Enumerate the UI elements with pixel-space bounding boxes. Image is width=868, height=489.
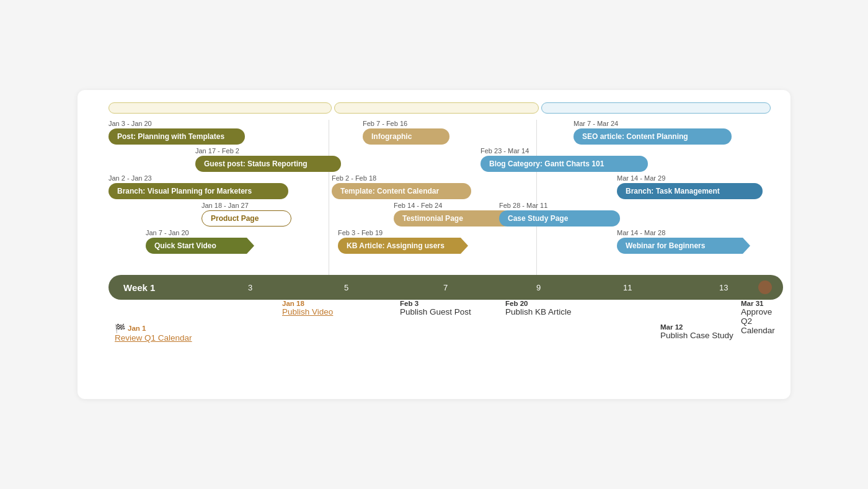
milestone-date-m6: Mar 31: [741, 300, 775, 307]
milestone-label-m2[interactable]: Publish Video: [282, 307, 333, 316]
milestone-m1: 🏁Jan 1Review Q1 Calendar: [115, 323, 192, 343]
timeline-dot: [758, 280, 772, 294]
january-calendar-header: [108, 102, 332, 114]
milestone-m2: Jan 18Publish Video: [282, 300, 333, 316]
gantt-bar-bar3: Jan 2 - Jan 23Branch: Visual Planning fo…: [108, 174, 288, 199]
bar-label-bar9: KB Article: Assigning users: [338, 238, 468, 254]
march-calendar-header: [541, 102, 771, 114]
bar-date-bar7: Feb 2 - Feb 18: [332, 174, 376, 182]
chart-container: Jan 3 - Jan 20Post: Planning with Templa…: [78, 90, 790, 399]
gantt-bar-bar2: Jan 17 - Feb 2Guest post: Status Reporti…: [195, 147, 341, 172]
timeline-label-13: 13: [713, 283, 728, 292]
timeline-label-11: 11: [617, 283, 632, 292]
milestone-label-m6: Approve Q2 Calendar: [741, 307, 775, 335]
milestone-label-m1[interactable]: Review Q1 Calendar: [115, 333, 192, 343]
milestone-date-m2: Jan 18: [282, 300, 333, 307]
timeline-label-9: 9: [530, 283, 541, 292]
bar-date-bar13: Mar 14 - Mar 29: [617, 174, 665, 182]
milestone-m6: Mar 31Approve Q2 Calendar: [741, 300, 775, 335]
bar-label-bar8: Testimonial Page: [394, 210, 512, 227]
gantt-bar-bar11: Feb 28 - Mar 11Case Study Page: [499, 202, 620, 227]
timeline-label-3: 3: [242, 283, 252, 292]
bar-label-bar12: SEO article: Content Planning: [574, 128, 732, 145]
february-calendar-header: [334, 102, 539, 114]
bar-date-bar10: Feb 23 - Mar 14: [480, 147, 529, 155]
bar-label-bar7: Template: Content Calendar: [332, 183, 471, 199]
timeline-label-week-1: Week 1: [117, 282, 155, 293]
bar-label-bar6: Infographic: [363, 128, 450, 145]
milestone-date-m4: Feb 20: [505, 300, 572, 307]
gantt-area: Jan 3 - Jan 20Post: Planning with Templa…: [108, 120, 772, 275]
bar-label-bar5: Quick Start Video: [146, 238, 254, 254]
milestone-date-m5: Mar 12: [660, 323, 733, 331]
gantt-bar-bar1: Jan 3 - Jan 20Post: Planning with Templa…: [108, 120, 245, 145]
milestone-label-m3: Publish Guest Post: [400, 307, 471, 316]
milestone-date-m3: Feb 3: [400, 300, 471, 307]
gantt-bar-bar6: Feb 7 - Feb 16Infographic: [363, 120, 450, 145]
bar-label-bar2: Guest post: Status Reporting: [195, 156, 341, 172]
divider-feb-mar: [536, 120, 537, 275]
timeline-label-7: 7: [437, 283, 448, 292]
milestone-label-m4: Publish KB Article: [505, 307, 572, 316]
gantt-bar-bar13: Mar 14 - Mar 29Branch: Task Management: [617, 174, 763, 199]
bar-date-bar9: Feb 3 - Feb 19: [338, 229, 383, 236]
bar-date-bar2: Jan 17 - Feb 2: [195, 147, 239, 155]
gantt-bar-bar9: Feb 3 - Feb 19KB Article: Assigning user…: [338, 229, 468, 254]
bar-date-bar12: Mar 7 - Mar 24: [574, 120, 618, 127]
bar-date-bar11: Feb 28 - Mar 11: [499, 202, 547, 209]
milestone-m4: Feb 20Publish KB Article: [505, 300, 572, 316]
bar-date-bar14: Mar 14 - Mar 28: [617, 229, 665, 236]
timeline-label-5: 5: [338, 283, 348, 292]
flag-icon: 🏁: [115, 323, 125, 333]
bar-date-bar5: Jan 7 - Jan 20: [146, 229, 189, 236]
bar-label-bar13: Branch: Task Management: [617, 183, 763, 199]
bar-date-bar4: Jan 18 - Jan 27: [202, 202, 249, 209]
bar-date-bar6: Feb 7 - Feb 16: [363, 120, 407, 127]
bar-date-bar1: Jan 3 - Jan 20: [108, 120, 152, 127]
milestone-m3: Feb 3Publish Guest Post: [400, 300, 471, 316]
bar-label-bar3: Branch: Visual Planning for Marketers: [108, 183, 288, 199]
gantt-bar-bar5: Jan 7 - Jan 20Quick Start Video: [146, 229, 254, 254]
bar-label-bar1: Post: Planning with Templates: [108, 128, 245, 145]
bar-label-bar11: Case Study Page: [499, 210, 620, 227]
divider-jan-feb: [329, 120, 329, 275]
gantt-bar-bar14: Mar 14 - Mar 28Webinar for Beginners: [617, 229, 750, 254]
timeline-bar: Week 135791113: [108, 275, 783, 300]
calendar-headers: [108, 102, 772, 114]
gantt-bar-bar4: Jan 18 - Jan 27Product Page: [202, 202, 291, 227]
gantt-bar-bar8: Feb 14 - Feb 24Testimonial Page: [394, 202, 512, 227]
bar-label-bar10: Blog Category: Gantt Charts 101: [480, 156, 648, 172]
bar-label-bar14: Webinar for Beginners: [617, 238, 750, 254]
bar-date-bar8: Feb 14 - Feb 24: [394, 202, 442, 209]
bar-date-bar3: Jan 2 - Jan 23: [108, 174, 152, 182]
bar-label-bar4: Product Page: [202, 210, 291, 227]
milestones-area: 🏁Jan 1Review Q1 CalendarJan 18Publish Vi…: [108, 300, 772, 374]
gantt-bar-bar7: Feb 2 - Feb 18Template: Content Calendar: [332, 174, 471, 199]
gantt-bar-bar12: Mar 7 - Mar 24SEO article: Content Plann…: [574, 120, 732, 145]
milestone-date-m1: Jan 1: [128, 325, 146, 332]
gantt-bar-bar10: Feb 23 - Mar 14Blog Category: Gantt Char…: [480, 147, 648, 172]
milestone-m5: Mar 12Publish Case Study: [660, 323, 733, 340]
milestone-label-m5: Publish Case Study: [660, 331, 733, 340]
